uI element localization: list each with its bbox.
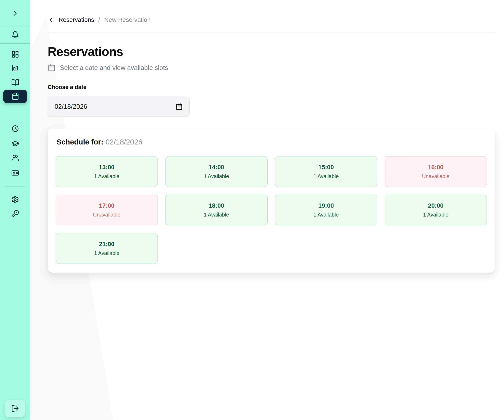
page-title: Reservations (48, 45, 123, 59)
logout-button[interactable] (5, 400, 25, 417)
sidebar-divider (0, 43, 30, 44)
sidebar (0, 0, 30, 420)
sidebar-item-api-keys[interactable] (3, 207, 27, 220)
slot-grid: 13:00 1 Available 14:00 1 Available 15:0… (56, 156, 487, 264)
bar-chart-icon (11, 64, 19, 72)
main-content: Reservations / New Reservation Reservati… (30, 0, 504, 420)
schedule-card: Schedule for:02/18/2026 13:00 1 Availabl… (48, 129, 495, 273)
dashboard-icon (11, 50, 19, 58)
time-slot-card: 17:00 Unavailable (56, 195, 158, 225)
date-input-value: 02/18/2026 (55, 103, 87, 110)
settings-icon (11, 196, 19, 204)
slot-time: 17:00 (99, 202, 114, 209)
time-slot-card[interactable]: 14:00 1 Available (165, 156, 267, 187)
graduation-cap-icon (11, 140, 19, 147)
sidebar-toggle-button[interactable] (3, 7, 27, 20)
clock-icon (11, 125, 19, 132)
date-picker-label: Choose a date (48, 84, 86, 90)
sidebar-item-analytics[interactable] (3, 61, 27, 75)
time-slot-card: 16:00 Unavailable (385, 156, 487, 187)
breadcrumb-separator: / (98, 16, 100, 23)
slot-time: 20:00 (428, 202, 444, 209)
time-slot-card[interactable]: 21:00 1 Available (56, 233, 158, 264)
calendar-icon (48, 64, 56, 72)
page-subtitle: Select a date and view available slots (48, 64, 168, 72)
time-slot-card[interactable]: 19:00 1 Available (275, 195, 377, 225)
slot-status: 1 Available (204, 173, 229, 179)
calendar-icon (11, 93, 19, 100)
breadcrumb-reservations-link[interactable]: Reservations (59, 16, 94, 23)
slot-time: 21:00 (99, 241, 114, 248)
calendar-icon[interactable] (176, 103, 183, 110)
slot-time: 16:00 (428, 164, 444, 171)
page-subtitle-text: Select a date and view available slots (60, 64, 168, 72)
sidebar-item-courses[interactable] (3, 137, 27, 150)
chevron-right-icon (11, 9, 19, 17)
slot-status: 1 Available (94, 173, 119, 179)
key-icon (11, 210, 19, 217)
time-slot-card[interactable]: 13:00 1 Available (56, 156, 158, 187)
slot-status: 1 Available (94, 250, 119, 256)
slot-status: 1 Available (204, 212, 229, 218)
schedule-heading: Schedule for:02/18/2026 (56, 138, 487, 146)
users-icon (11, 154, 19, 162)
slot-status: 1 Available (313, 212, 338, 218)
id-card-icon (11, 169, 19, 177)
sidebar-item-reservations[interactable] (3, 90, 27, 103)
sidebar-item-dashboard[interactable] (3, 48, 27, 61)
slot-time: 13:00 (99, 164, 114, 171)
time-slot-card[interactable]: 15:00 1 Available (275, 156, 377, 187)
sidebar-item-users[interactable] (3, 151, 27, 164)
sidebar-divider (5, 186, 25, 187)
schedule-heading-date: 02/18/2026 (106, 138, 142, 146)
book-open-icon (11, 79, 19, 86)
date-input[interactable]: 02/18/2026 (48, 96, 190, 117)
sidebar-item-schedule[interactable] (3, 122, 27, 135)
slot-time: 15:00 (318, 164, 334, 171)
breadcrumb: Reservations / New Reservation (48, 16, 150, 23)
slot-time: 19:00 (318, 202, 334, 209)
time-slot-card[interactable]: 20:00 1 Available (385, 195, 487, 225)
slot-status: Unavailable (422, 173, 450, 179)
sidebar-item-catalog[interactable] (3, 76, 27, 89)
time-slot-card[interactable]: 18:00 1 Available (165, 195, 267, 225)
logout-icon (11, 404, 19, 412)
sidebar-item-members[interactable] (3, 166, 27, 179)
chevron-left-icon[interactable] (48, 17, 54, 23)
slot-status: Unavailable (93, 212, 120, 218)
sidebar-item-notifications[interactable] (3, 28, 27, 41)
breadcrumb-current: New Reservation (104, 16, 150, 23)
slot-time: 18:00 (209, 202, 224, 209)
bell-icon (11, 31, 19, 39)
slot-status: 1 Available (423, 212, 448, 218)
schedule-heading-label: Schedule for: (56, 138, 103, 146)
slot-time: 14:00 (209, 164, 224, 171)
sidebar-item-settings[interactable] (3, 193, 27, 206)
slot-status: 1 Available (313, 173, 338, 179)
